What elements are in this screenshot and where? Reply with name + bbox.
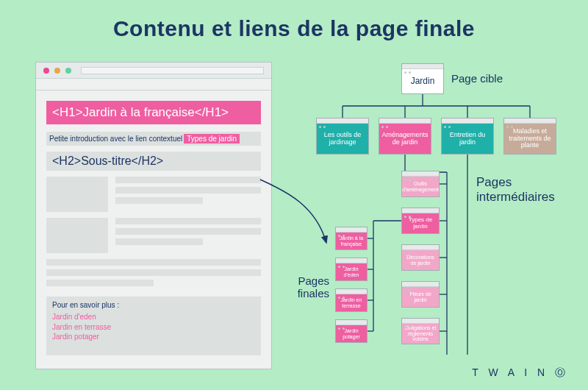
see-more-link[interactable]: Jardin en terrasse: [52, 322, 255, 333]
see-more-title: Pour en savoir plus :: [52, 301, 255, 309]
address-bar: [36, 79, 271, 91]
close-dot-icon: [43, 68, 49, 74]
titlebar-blank: [81, 67, 264, 74]
node-final: Jardin en terrasse: [335, 288, 368, 312]
minimize-dot-icon: [54, 68, 60, 74]
image-placeholder: [46, 177, 108, 212]
node-final: Jardin d'eden: [335, 258, 368, 281]
node-level1: Les outils de jardinage: [316, 118, 369, 155]
intro-line: Petite introduction avec le lien context…: [46, 132, 261, 146]
node-mid: Fleurs de jardin: [401, 281, 440, 308]
label-pages-intermediaires: Pages intermédiaires: [476, 175, 572, 205]
node-final: Jardin à la française: [335, 227, 368, 250]
page-title: Contenu et liens de la page finale: [0, 0, 588, 41]
text-line: [46, 269, 261, 276]
h2-block: <H2>Sous-titre</H2>: [46, 152, 261, 171]
browser-titlebar: [36, 63, 271, 79]
intro-text: Petite introduction avec le lien context…: [49, 135, 182, 143]
node-level1: Maladies et traitements de plante: [503, 118, 556, 155]
browser-mock: <H1>Jardin à la française</H1> Petite in…: [35, 62, 272, 369]
expand-dot-icon: [65, 68, 71, 74]
label-page-cible: Page cible: [451, 72, 503, 85]
see-more-link[interactable]: Jardin d'eden: [52, 312, 255, 322]
node-mid: Outils d'aménagement: [401, 171, 440, 197]
paragraph-area: [46, 177, 261, 286]
text-line: [46, 280, 154, 286]
text-line: [115, 228, 261, 235]
brand-logo: T W A I N Ⓞ: [472, 366, 569, 380]
page-content: <H1>Jardin à la française</H1> Petite in…: [36, 91, 271, 361]
text-line: [115, 177, 261, 183]
h1-block: <H1>Jardin à la française</H1>: [46, 101, 261, 124]
text-line: [115, 218, 261, 224]
text-line: [115, 197, 203, 204]
intro-link[interactable]: Types de jardin: [184, 134, 240, 143]
see-more-link[interactable]: Jardin potager: [52, 332, 255, 342]
node-mid: Types de jardin: [401, 208, 440, 234]
text-line: [46, 259, 261, 266]
text-line: [115, 238, 203, 245]
node-level1: Entretien du jardin: [441, 118, 494, 155]
image-placeholder: [46, 218, 108, 253]
node-level1: Aménagements de jardin: [379, 118, 431, 155]
site-tree: Jardin Page cible Les outils de jardinag…: [293, 63, 572, 372]
node-mid: Décorations de jardin: [401, 244, 440, 271]
text-line: [115, 187, 261, 194]
label-pages-finales: Pages finales: [288, 275, 329, 299]
node-final: Jardin potager: [335, 319, 368, 343]
node-mid: Obligations et règlements voisins: [401, 318, 440, 344]
node-root: Jardin: [401, 63, 444, 94]
see-more-box: Pour en savoir plus : Jardin d'eden Jard…: [46, 297, 261, 355]
